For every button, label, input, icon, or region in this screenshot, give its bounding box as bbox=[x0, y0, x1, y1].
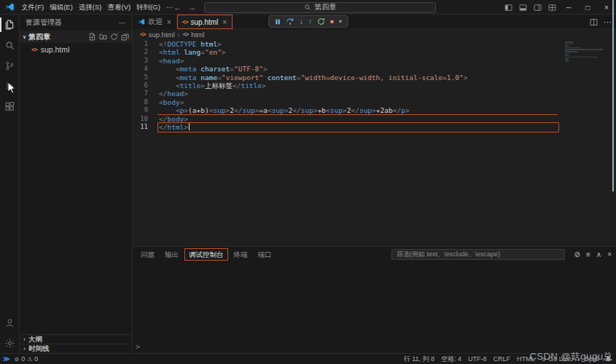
back-icon[interactable]: ← bbox=[174, 3, 182, 12]
menu-item[interactable]: 文件(F) bbox=[18, 0, 47, 15]
panel-tab[interactable]: 输出 bbox=[160, 248, 184, 261]
maximize-button[interactable]: □ bbox=[578, 0, 597, 15]
command-center-search[interactable]: 第四章 bbox=[204, 2, 436, 13]
git-branch-icon bbox=[4, 60, 15, 71]
code-line[interactable]: <title>上标标签</title> bbox=[159, 82, 616, 90]
editor-more-actions-icon[interactable]: ⋯ bbox=[604, 17, 612, 27]
close-icon[interactable]: × bbox=[167, 18, 171, 26]
sidebar-title: 资源管理器 bbox=[26, 17, 62, 28]
line-number: 4 bbox=[133, 65, 155, 73]
status-bar: ≫ ⊘0 ⚠0 行 11, 列 8空格: 4UTF-8CRLFHTML⊙Go L… bbox=[0, 353, 616, 364]
close-panel-icon[interactable]: × bbox=[607, 250, 612, 258]
panel-tab[interactable]: 调试控制台 bbox=[184, 248, 229, 261]
restart-icon[interactable] bbox=[317, 17, 325, 25]
activity-extensions[interactable] bbox=[0, 96, 20, 116]
line-number: 2 bbox=[133, 48, 155, 56]
chevron-right-icon: › bbox=[23, 345, 26, 352]
more-actions-icon[interactable]: ⋯ bbox=[119, 19, 126, 27]
debug-toolbar: ↓ ↑ ■ ▾ bbox=[268, 15, 348, 28]
editor-tab[interactable]: <>sup.html× bbox=[177, 15, 233, 29]
chevron-down-icon: ∨ bbox=[23, 34, 26, 40]
forward-icon[interactable]: → bbox=[188, 3, 196, 12]
clear-console-icon[interactable]: ⊘ bbox=[574, 250, 580, 258]
step-into-icon[interactable]: ↓ bbox=[300, 18, 303, 25]
problems-status[interactable]: ⊘0 ⚠0 bbox=[14, 355, 38, 363]
section-label: 时间线 bbox=[28, 344, 50, 354]
account-button[interactable] bbox=[0, 312, 20, 333]
step-over-icon[interactable] bbox=[286, 17, 295, 25]
tab-label: sup.html bbox=[190, 18, 218, 26]
status-item[interactable]: UTF-8 bbox=[468, 355, 487, 363]
panel-tab[interactable]: 终端 bbox=[229, 248, 253, 261]
stop-icon[interactable]: ■ bbox=[330, 19, 334, 25]
settings-button[interactable] bbox=[0, 333, 20, 353]
new-file-icon[interactable] bbox=[88, 33, 96, 41]
menu-item[interactable]: 编辑(E) bbox=[47, 0, 76, 15]
maximize-panel-icon[interactable]: ∧ bbox=[596, 250, 601, 258]
split-editor-icon[interactable] bbox=[590, 18, 598, 26]
sidebar-bottom-sections: ›大纲›时间线 bbox=[20, 334, 132, 353]
toggle-panel-icon[interactable] bbox=[515, 0, 530, 15]
file-item[interactable]: <>sup.html bbox=[20, 43, 132, 56]
search-icon bbox=[304, 4, 311, 11]
files-icon bbox=[4, 19, 15, 31]
breadcrumb-file[interactable]: sup.html bbox=[149, 31, 175, 39]
code-line[interactable]: <meta charset="UTF-8"> bbox=[159, 65, 616, 73]
breadcrumb-symbol[interactable]: html bbox=[191, 31, 204, 39]
panel-tab[interactable]: 端口 bbox=[253, 248, 277, 261]
panel-tabs: 问题输出调试控制台终端端口 bbox=[136, 248, 277, 261]
pause-icon[interactable] bbox=[275, 18, 281, 25]
right-edge-highlight bbox=[612, 0, 614, 191]
chevron-right-icon: › bbox=[23, 336, 26, 343]
sidebar-header: 资源管理器 ⋯ bbox=[20, 15, 132, 31]
menu-item[interactable]: 转到(G) bbox=[133, 0, 163, 15]
sidebar-section[interactable]: ›大纲 bbox=[20, 334, 132, 344]
html-file-icon: <> bbox=[31, 47, 37, 53]
toggle-secondary-sidebar-icon[interactable] bbox=[530, 0, 545, 15]
code-line[interactable]: <meta name="viewport" content="width=dev… bbox=[159, 74, 616, 82]
close-icon[interactable]: × bbox=[222, 18, 227, 26]
code-line[interactable]: <html lang="en"> bbox=[159, 48, 616, 56]
explorer-section-header[interactable]: ∨ 第四章 bbox=[20, 31, 132, 43]
title-bar: 文件(F)编辑(E)选择(S)查看(V)转到(G)⋯ ← → 第四章 ─ □ × bbox=[0, 0, 616, 15]
code-line[interactable]: </html> bbox=[159, 123, 616, 131]
error-icon: ⊘ bbox=[14, 356, 19, 363]
csdn-watermark: CSDN @菇gugu总 bbox=[529, 350, 613, 363]
code-line[interactable]: <body> bbox=[159, 98, 616, 106]
customize-layout-icon[interactable] bbox=[545, 0, 559, 15]
bottom-panel: 问题输出调试控制台终端端口 ⊘ ≡ ∧ × > bbox=[133, 246, 616, 353]
menu-item[interactable]: 选择(S) bbox=[76, 0, 105, 15]
toggle-sidebar-icon[interactable] bbox=[501, 0, 515, 15]
collapse-all-icon[interactable] bbox=[121, 33, 129, 41]
code-line[interactable]: <!DOCTYPE html> bbox=[159, 40, 616, 48]
panel-tab[interactable]: 问题 bbox=[136, 248, 160, 261]
activity-search[interactable] bbox=[0, 35, 20, 55]
chevron-down-icon[interactable]: ▾ bbox=[339, 19, 342, 25]
remote-icon[interactable]: ≫ bbox=[3, 355, 9, 363]
panel-layout-icon[interactable]: ≡ bbox=[586, 250, 590, 258]
code-line[interactable]: </head> bbox=[159, 90, 616, 98]
line-number: 6 bbox=[133, 82, 155, 90]
menu-item[interactable]: 查看(V) bbox=[104, 0, 133, 15]
status-item[interactable]: 空格: 4 bbox=[441, 355, 461, 364]
console-prompt[interactable]: > bbox=[136, 343, 140, 351]
editor-tab[interactable]: 欢迎× bbox=[133, 15, 177, 29]
minimize-button[interactable]: ─ bbox=[559, 0, 578, 15]
filter-input[interactable] bbox=[391, 249, 565, 260]
new-folder-icon[interactable] bbox=[99, 33, 107, 41]
html-file-icon: <> bbox=[140, 31, 146, 38]
breadcrumb: <> sup.html › <> html bbox=[133, 29, 616, 39]
vscode-logo-icon bbox=[5, 2, 15, 12]
code-line[interactable]: <p>(a+b)<sup>2</sup>=a<sup>2</sup>+b<sup… bbox=[159, 106, 616, 114]
html-file-icon: <> bbox=[182, 19, 188, 25]
folder-name: 第四章 bbox=[28, 32, 50, 42]
activity-explorer[interactable] bbox=[0, 15, 20, 35]
sidebar-section[interactable]: ›时间线 bbox=[20, 344, 132, 353]
refresh-icon[interactable] bbox=[110, 33, 118, 41]
step-out-icon[interactable]: ↑ bbox=[308, 18, 312, 25]
status-item[interactable]: CRLF bbox=[494, 355, 511, 363]
minimap[interactable] bbox=[565, 41, 607, 62]
activity-source-control[interactable] bbox=[0, 55, 20, 76]
code-line[interactable]: <head> bbox=[159, 57, 616, 65]
status-item[interactable]: 行 11, 列 8 bbox=[404, 355, 434, 364]
